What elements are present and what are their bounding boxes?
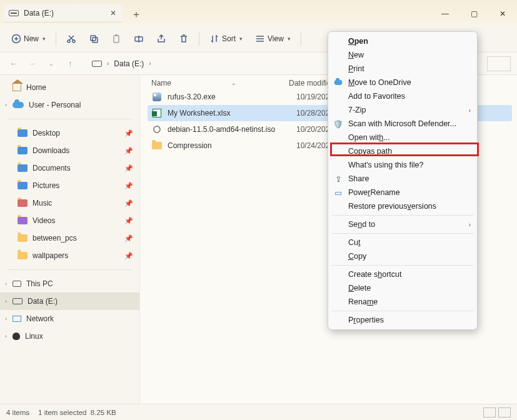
menu-defender[interactable]: 🛡️Scan with Microsoft Defender... [328, 117, 477, 131]
menu-copy[interactable]: Copy [328, 249, 477, 263]
xlsx-icon [153, 109, 161, 118]
copy-button[interactable] [84, 31, 104, 46]
menu-send-to[interactable]: Send to› [328, 218, 477, 231]
music-icon [18, 199, 28, 207]
minimize-button[interactable]: — [431, 4, 459, 24]
sidebar-linux[interactable]: ›Linux [0, 328, 139, 345]
svg-rect-5 [114, 36, 119, 42]
chevron-down-icon: ▾ [288, 36, 291, 42]
sidebar-wallpapers[interactable]: wallpapers📌 [0, 247, 139, 264]
svg-rect-4 [93, 38, 98, 42]
menu-print[interactable]: Print [328, 62, 477, 76]
sort-button[interactable]: Sort ▾ [204, 31, 248, 46]
iso-icon [153, 126, 161, 133]
scissors-icon [66, 34, 76, 44]
svg-point-2 [73, 40, 75, 42]
pin-icon: 📌 [124, 252, 133, 260]
sidebar-desktop[interactable]: Desktop📌 [0, 124, 139, 142]
chevron-down-icon: ▾ [43, 36, 46, 42]
sidebar-this-pc[interactable]: ›This PC [0, 275, 139, 292]
folder-icon [152, 142, 162, 149]
details-view-button[interactable] [483, 408, 496, 418]
sidebar-between-pcs[interactable]: between_pcs📌 [0, 229, 139, 247]
context-menu: Open New Print Move to OneDrive Add to F… [328, 31, 478, 330]
search-input[interactable] [487, 56, 511, 71]
share-icon: ⇪ [333, 174, 343, 184]
new-button[interactable]: New ▾ [6, 31, 51, 46]
chevron-right-icon[interactable]: › [5, 316, 7, 322]
home-icon [13, 84, 21, 91]
chevron-right-icon[interactable]: › [5, 333, 7, 339]
pin-icon: 📌 [124, 182, 133, 190]
menu-whats-using[interactable]: What's using this file? [328, 158, 477, 172]
menu-add-favorites[interactable]: Add to Favorites [328, 89, 477, 103]
close-button[interactable]: ✕ [488, 4, 517, 24]
cut-button[interactable] [61, 31, 81, 46]
trash-icon [179, 34, 189, 44]
new-tab-button[interactable]: ＋ [131, 8, 141, 21]
status-selection: 1 item selected 8.25 KB [38, 409, 116, 416]
drive-icon [9, 10, 19, 16]
sidebar-music[interactable]: Music📌 [0, 194, 139, 212]
menu-restore-versions[interactable]: Restore previous versions [328, 199, 477, 213]
tab-close-icon[interactable]: ✕ [110, 9, 116, 18]
menu-cut[interactable]: Cut [328, 236, 477, 249]
menu-properties[interactable]: Properties [328, 313, 477, 327]
status-bar: 4 items 1 item selected 8.25 KB [0, 404, 517, 420]
onedrive-icon [334, 80, 343, 85]
share-button[interactable] [151, 31, 171, 46]
pin-icon: 📌 [124, 129, 133, 138]
pin-icon: 📌 [124, 147, 133, 155]
sidebar-data-e[interactable]: ›Data (E:) [0, 292, 139, 310]
menu-open[interactable]: Open [328, 34, 477, 48]
paste-button[interactable] [106, 31, 126, 46]
thumbnails-view-button[interactable] [498, 408, 511, 418]
delete-button[interactable] [174, 31, 194, 46]
plus-circle-icon [11, 34, 21, 44]
menu-move-onedrive[interactable]: Move to OneDrive [328, 76, 477, 89]
recent-button[interactable]: ⌄ [44, 56, 59, 71]
menu-delete[interactable]: Delete [328, 281, 477, 295]
pictures-icon [18, 182, 28, 189]
paste-icon [111, 34, 121, 44]
maximize-button[interactable]: ▢ [459, 4, 488, 24]
linux-icon [13, 332, 20, 340]
menu-share[interactable]: ⇪Share [328, 172, 477, 186]
exe-icon [153, 92, 161, 101]
view-button[interactable]: View ▾ [250, 31, 296, 46]
sidebar-videos[interactable]: Videos📌 [0, 212, 139, 229]
menu-rename[interactable]: Rename [328, 295, 477, 309]
chevron-right-icon: › [107, 60, 109, 67]
sidebar-home[interactable]: Home [0, 79, 139, 96]
sidebar-documents[interactable]: Documents📌 [0, 159, 139, 177]
folder-icon [18, 234, 28, 242]
menu-copy-path[interactable]: Copy as path [328, 144, 477, 158]
chevron-right-icon[interactable]: › [5, 102, 7, 108]
rename-button[interactable] [129, 31, 149, 46]
chevron-right-icon[interactable]: › [5, 298, 7, 304]
sidebar-user[interactable]: › User - Personal [0, 96, 139, 114]
sidebar-pictures[interactable]: Pictures📌 [0, 177, 139, 194]
sidebar-network[interactable]: ›Network [0, 310, 139, 328]
copy-icon [89, 34, 99, 44]
menu-powerrename[interactable]: ▭PowerRename [328, 186, 477, 199]
forward-button[interactable]: → [25, 56, 40, 71]
back-button[interactable]: ← [6, 56, 21, 71]
sidebar-downloads[interactable]: Downloads📌 [0, 142, 139, 159]
downloads-icon [18, 147, 28, 154]
up-button[interactable]: ↑ [63, 56, 78, 71]
menu-create-shortcut[interactable]: Create shortcut [328, 268, 477, 281]
menu-open-with[interactable]: Open with... [328, 131, 477, 144]
chevron-right-icon[interactable]: › [5, 281, 7, 287]
chevron-down-icon: ▾ [239, 36, 243, 42]
videos-icon [18, 217, 28, 224]
column-header-name[interactable]: Name⌄ [151, 79, 289, 88]
sort-icon [209, 34, 219, 44]
chevron-right-icon: › [149, 60, 151, 67]
menu-new[interactable]: New [328, 48, 477, 62]
tab-data-e[interactable]: Data (E:) ✕ [4, 4, 123, 22]
menu-7zip[interactable]: 7-Zip› [328, 103, 477, 117]
documents-icon [18, 164, 28, 172]
svg-point-1 [68, 40, 70, 42]
view-icon [255, 34, 265, 44]
